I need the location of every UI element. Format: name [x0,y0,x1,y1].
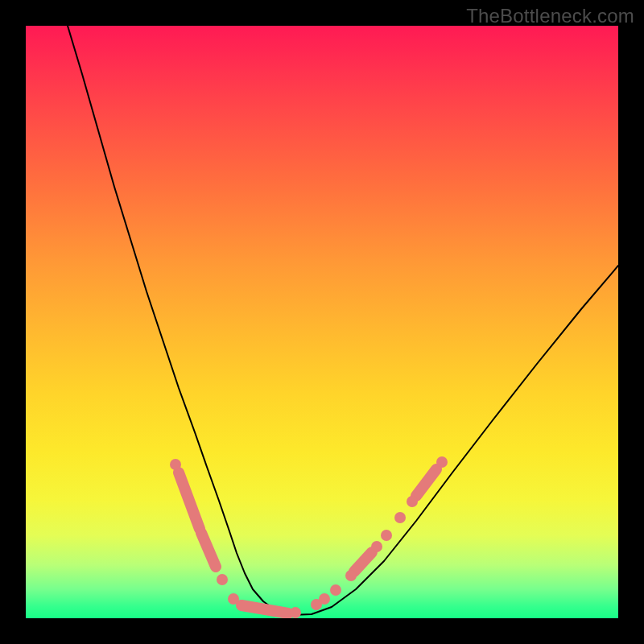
plot-area [26,26,618,618]
marker-dot [228,593,239,605]
marker-dot [290,607,301,618]
marker-dot [170,459,181,470]
marker-segment [201,533,216,567]
curve-layer [26,26,618,618]
marker-dot [345,570,357,581]
bottleneck-curve [68,26,618,615]
outer-frame: TheBottleneck.com [0,0,644,644]
marker-segment [416,469,436,496]
marker-dot [217,574,228,585]
marker-dot [371,541,382,552]
marker-dot [394,512,406,523]
marker-segment [354,552,372,572]
marker-segment [242,605,288,613]
marker-dot [381,530,392,541]
marker-dot [330,584,341,596]
marker-dot [436,456,448,468]
marker-dot [407,496,418,507]
marker-dot [319,593,330,605]
watermark-text: TheBottleneck.com [466,5,634,27]
marker-segment [179,473,200,529]
